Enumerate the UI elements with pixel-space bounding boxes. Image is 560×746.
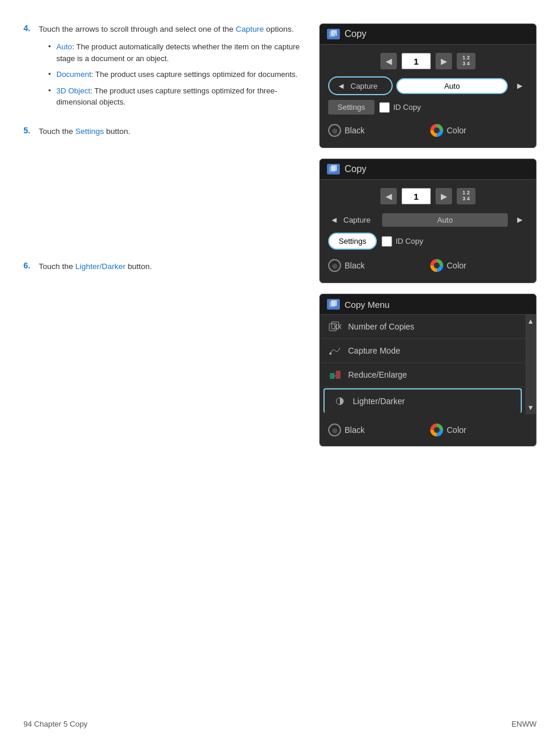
bottom-row-1: ◎ Black Color [328, 119, 528, 142]
increment-btn-2[interactable]: ▶ [436, 188, 452, 204]
color-label-2: Color [447, 261, 466, 270]
lighter-darker-link: Lighter/Darker [75, 262, 126, 271]
settings-link: Settings [75, 127, 104, 136]
capture-left-arrow-1[interactable]: ◀ [335, 80, 347, 92]
menu-items: xx Number of Copies Captu [320, 315, 525, 414]
capture-right-arrow-2[interactable]: ▶ [511, 211, 528, 228]
step-5-text: Touch the Settings button. [39, 126, 302, 137]
resize-label: Reduce/Enlarge [348, 370, 407, 379]
capture-row-2: ◀ Capture Auto ▶ [328, 211, 528, 228]
copy-icon-1 [327, 29, 340, 39]
capture-right-arrow-1[interactable]: ▶ [511, 78, 528, 94]
svg-rect-11 [336, 371, 340, 379]
color-label-3: Color [447, 425, 466, 435]
bottom-row-3: ◎ Black Color [328, 419, 528, 441]
id-copy-btn-1[interactable]: ID Copy [379, 102, 421, 113]
black-label-3: Black [345, 425, 365, 435]
black-btn-3[interactable]: ◎ Black [328, 421, 426, 439]
capture-value-2: Auto [382, 213, 508, 227]
capture-label-2: Capture [343, 216, 379, 224]
counter-value-2: 1 [402, 188, 431, 204]
bullet-document: Document: The product uses capture setti… [48, 69, 302, 80]
capture-mode-label: Capture Mode [348, 346, 400, 355]
step-6-number: 6. [23, 261, 36, 278]
svg-point-9 [329, 352, 332, 355]
black-print-icon-1: ◎ [328, 124, 341, 137]
screen-1-title: Copy [345, 29, 366, 39]
step-4-number: 4. [23, 23, 36, 113]
menu-item-capture[interactable]: Capture Mode [320, 339, 525, 363]
svg-rect-1 [331, 30, 337, 36]
footer-right: ENWW [511, 720, 537, 728]
duplex-icon-2: 1 23 4 [457, 188, 475, 204]
lighter-darker-label: Lighter/Darker [353, 396, 405, 406]
scroll-down-arrow[interactable]: ▼ [527, 404, 534, 412]
duplex-icon-1: 1 23 4 [457, 53, 475, 69]
step-4-bullets: Auto: The product automatically detects … [48, 41, 302, 108]
svg-rect-3 [331, 165, 337, 171]
scroll-up-arrow[interactable]: ▲ [527, 317, 534, 325]
copies-label: Number of Copies [348, 322, 414, 331]
color-btn-3[interactable]: Color [430, 421, 528, 439]
black-btn-2[interactable]: ◎ Black [328, 257, 426, 274]
color-print-icon-2 [430, 259, 443, 272]
menu-item-copies[interactable]: xx Number of Copies [320, 315, 525, 339]
capture-left-arrow-2[interactable]: ◀ [328, 214, 340, 226]
decrement-btn-1[interactable]: ◀ [380, 53, 397, 69]
step-6-text: Touch the Lighter/Darker button. [39, 261, 302, 273]
black-print-icon-3: ◎ [328, 424, 341, 436]
decrement-btn-2[interactable]: ◀ [380, 188, 397, 204]
copy-icon-2 [327, 164, 340, 174]
svg-text:xx: xx [333, 321, 342, 331]
auto-link: Auto [56, 42, 72, 51]
menu-item-lighter[interactable]: Lighter/Darker [323, 388, 522, 413]
menu-item-resize[interactable]: Reduce/Enlarge [320, 363, 525, 387]
black-label-2: Black [345, 261, 365, 270]
step-4-text: Touch the arrows to scroll through and s… [39, 23, 302, 35]
black-label-1: Black [345, 126, 365, 135]
capture-label-1: Capture [350, 82, 386, 90]
screen-1-header: Copy [320, 24, 536, 45]
svg-rect-5 [331, 300, 337, 306]
black-print-icon-2: ◎ [328, 259, 341, 272]
capture-link-1[interactable]: Capture [235, 25, 264, 33]
counter-row-1: ◀ 1 ▶ 1 23 4 [328, 51, 528, 72]
color-btn-1[interactable]: Color [430, 122, 528, 139]
id-copy-label-1: ID Copy [393, 103, 421, 112]
screen-3: Copy Menu xx Number of Copies [319, 294, 537, 446]
settings-btn-2[interactable]: Settings [328, 233, 377, 250]
color-btn-2[interactable]: Color [430, 257, 528, 274]
screen-1-body: ◀ 1 ▶ 1 23 4 ◀ Capture Auto ▶ [320, 45, 536, 147]
document-link: Document [56, 70, 91, 79]
id-copy-btn-2[interactable]: ID Copy [382, 236, 423, 247]
screen-3-body: xx Number of Copies Captu [320, 315, 536, 414]
page-footer: 94 Chapter 5 Copy ENWW [23, 720, 537, 728]
3d-link: 3D Object [56, 86, 90, 95]
screen-2: Copy ◀ 1 ▶ 1 23 4 ◀ Capture [319, 159, 537, 283]
bottom-row-2: ◎ Black Color [328, 254, 528, 277]
counter-value-1: 1 [402, 53, 431, 69]
black-btn-1[interactable]: ◎ Black [328, 122, 426, 139]
screen-2-body: ◀ 1 ▶ 1 23 4 ◀ Capture Auto ▶ [320, 180, 536, 283]
color-print-icon-3 [430, 424, 443, 436]
capture-mode-icon [328, 345, 342, 357]
screen-2-title: Copy [345, 164, 366, 174]
bullet-auto: Auto: The product automatically detects … [48, 41, 302, 64]
screen-2-header: Copy [320, 159, 536, 180]
copy-icon-3 [327, 299, 340, 310]
id-copy-label-2: ID Copy [396, 237, 423, 246]
footer-left: 94 Chapter 5 Copy [23, 720, 87, 728]
bullet-3d: 3D Object: The product uses capture sett… [48, 85, 302, 108]
settings-btn-1[interactable]: Settings [328, 100, 375, 115]
increment-btn-1[interactable]: ▶ [436, 53, 452, 69]
settings-row-1: Settings ID Copy [328, 100, 528, 115]
screen-3-title: Copy Menu [345, 300, 390, 310]
settings-row-2: Settings ID Copy [328, 233, 528, 250]
screen-1: Copy ◀ 1 ▶ 1 23 4 ◀ Capture [319, 23, 537, 148]
svg-rect-10 [330, 373, 335, 379]
screen-3-header: Copy Menu [320, 294, 536, 315]
step-5-number: 5. [23, 126, 36, 143]
copies-icon: xx [328, 321, 342, 332]
id-copy-checkbox-2 [382, 236, 392, 247]
scroll-bar: ▲ ▼ [525, 315, 536, 414]
